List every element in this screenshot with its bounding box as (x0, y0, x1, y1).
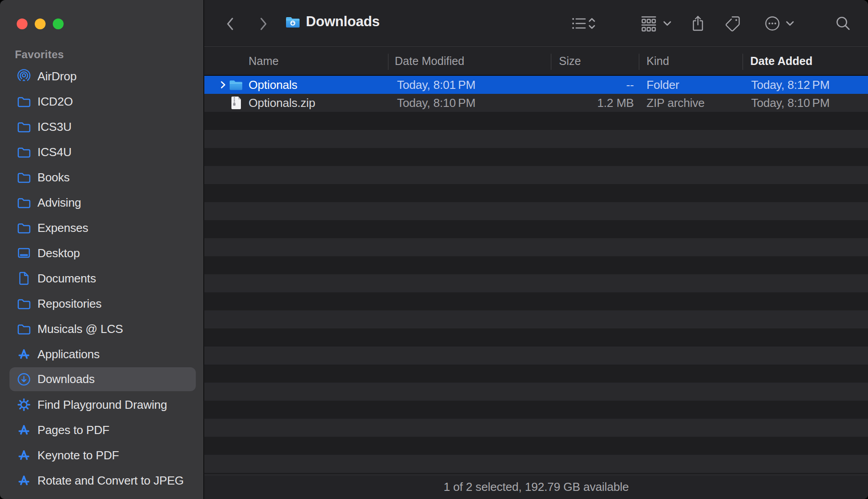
zoom-window-button[interactable] (53, 18, 64, 29)
more-actions-button[interactable] (764, 14, 781, 33)
back-button[interactable] (222, 15, 240, 33)
column-header-name[interactable]: Name (204, 55, 388, 68)
document-icon (16, 271, 32, 286)
close-window-button[interactable] (17, 18, 28, 29)
folder-icon (16, 144, 32, 160)
desktop-icon (16, 245, 32, 261)
sidebar-item-pages-to-pdf[interactable]: Pages to PDF (9, 417, 196, 443)
gear-icon (16, 397, 32, 412)
file-name: Optionals.zip (249, 96, 315, 110)
name-cell: Optionals.zip (204, 96, 388, 110)
sidebar-item-label: ICS4U (37, 145, 72, 159)
search-icon (835, 15, 851, 32)
blue-folder-icon (229, 79, 243, 90)
sidebar-item-label: Rotate and Convert to JPEG (37, 474, 184, 488)
column-divider[interactable] (388, 54, 388, 70)
chevron-down-icon (785, 20, 794, 27)
window-title-group: Downloads (286, 14, 380, 30)
column-headers: Name Date Modified Size Kind Date Added (204, 47, 868, 76)
sidebar-item-find-playground-drawing[interactable]: Find Playground Drawing (9, 392, 196, 417)
app-store-icon (16, 347, 32, 362)
sidebar-item-label: Find Playground Drawing (37, 398, 167, 412)
sidebar-item-label: Downloads (37, 372, 95, 386)
date-modified-cell: Today, 8:10 PM (388, 96, 551, 110)
search-button[interactable] (835, 14, 852, 33)
status-text: 1 of 2 selected, 192.79 GB available (443, 480, 629, 494)
app-store-icon (16, 448, 32, 463)
size-cell: -- (551, 78, 639, 92)
column-divider[interactable] (551, 54, 551, 70)
chevron-down-icon (663, 20, 672, 27)
sidebar-item-applications[interactable]: Applications (9, 342, 196, 367)
app-store-icon (16, 473, 32, 488)
window-title: Downloads (306, 14, 380, 30)
group-by-menu-chevron[interactable] (662, 14, 672, 33)
more-actions-chevron[interactable] (785, 14, 795, 33)
download-circle-icon (16, 372, 32, 387)
window-controls (17, 18, 64, 29)
status-bar: 1 of 2 selected, 192.79 GB available (204, 475, 868, 499)
sidebar-item-label: Books (37, 171, 69, 185)
column-header-date-modified[interactable]: Date Modified (388, 55, 551, 68)
sidebar-item-advising[interactable]: Advising (9, 190, 196, 215)
folder-icon (16, 195, 32, 210)
minimize-window-button[interactable] (35, 18, 46, 29)
file-row-optionals[interactable]: Optionals Today, 8:01 PM -- Folder Today… (204, 76, 868, 94)
folder-icon (16, 170, 32, 185)
sidebar-list: AirDrop ICD2O ICS3U ICS4U Books Advising (0, 64, 203, 493)
column-divider[interactable] (639, 54, 639, 70)
sidebar-item-documents[interactable]: Documents (9, 266, 196, 291)
disclosure-chevron-icon[interactable] (219, 80, 226, 89)
ellipsis-circle-icon (764, 15, 780, 32)
sidebar-item-airdrop[interactable]: AirDrop (9, 64, 196, 89)
sidebar-item-icd2o[interactable]: ICD2O (9, 89, 196, 114)
group-by-button[interactable] (639, 14, 658, 33)
content-area: Downloads (204, 0, 868, 499)
sidebar-item-keynote-to-pdf[interactable]: Keynote to PDF (9, 443, 196, 468)
sidebar-item-ics4u[interactable]: ICS4U (9, 139, 196, 165)
tag-icon (725, 15, 741, 32)
list-view-icon (572, 17, 587, 30)
folder-icon (16, 119, 32, 134)
folder-icon (16, 220, 32, 236)
tag-button[interactable] (725, 14, 742, 33)
sidebar-item-rotate-and-convert-to-jpeg[interactable]: Rotate and Convert to JPEG (9, 468, 196, 493)
share-icon (691, 15, 705, 32)
sidebar-item-label: Pages to PDF (37, 423, 109, 437)
file-row-optionals-zip[interactable]: Optionals.zip Today, 8:10 PM 1.2 MB ZIP … (204, 94, 868, 112)
folder-icon (16, 321, 32, 337)
column-divider[interactable] (743, 54, 743, 70)
sidebar-item-label: ICS3U (37, 120, 72, 134)
forward-button[interactable] (254, 15, 272, 33)
kind-cell: ZIP archive (639, 96, 743, 110)
file-name: Optionals (249, 78, 297, 92)
sidebar-section-favorites: Favorites (15, 48, 64, 61)
sidebar-item-ics3u[interactable]: ICS3U (9, 114, 196, 139)
date-added-cell: Today, 8:12 PM (743, 78, 868, 92)
sidebar-item-expenses[interactable]: Expenses (9, 215, 196, 240)
sidebar-item-label: Advising (37, 196, 81, 210)
sidebar-item-desktop[interactable]: Desktop (9, 240, 196, 266)
sidebar-item-label: Repositories (37, 297, 102, 311)
date-added-cell: Today, 8:10 PM (743, 96, 868, 110)
view-sort-stepper[interactable] (587, 14, 597, 33)
sidebar-item-books[interactable]: Books (9, 165, 196, 190)
column-header-kind[interactable]: Kind (639, 55, 743, 68)
sidebar-item-label: Musicals @ LCS (37, 322, 123, 336)
column-header-date-added[interactable]: Date Added (743, 55, 868, 68)
app-store-icon (16, 422, 32, 438)
sidebar-item-repositories[interactable]: Repositories (9, 291, 196, 316)
group-view-icon (640, 15, 657, 32)
sidebar-item-downloads[interactable]: Downloads (9, 367, 196, 391)
finder-window: Favorites AirDrop ICD2O ICS3U ICS4U Book… (0, 0, 868, 499)
zip-file-icon (229, 96, 243, 110)
sidebar-item-label: Applications (37, 347, 100, 361)
column-header-size[interactable]: Size (551, 55, 639, 68)
downloads-folder-icon (286, 16, 300, 28)
size-cell: 1.2 MB (551, 96, 639, 110)
share-button[interactable] (691, 14, 705, 33)
file-list: Optionals Today, 8:01 PM -- Folder Today… (204, 76, 868, 475)
sidebar-item-musicals-at-lcs[interactable]: Musicals @ LCS (9, 316, 196, 342)
name-cell: Optionals (204, 78, 388, 92)
sidebar-item-label: Documents (37, 272, 96, 286)
